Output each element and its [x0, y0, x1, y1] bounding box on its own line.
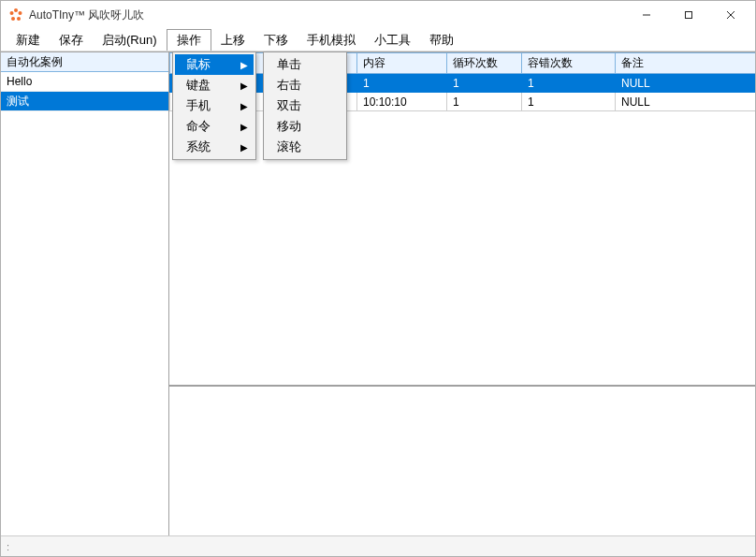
table-cell[interactable]: 1 — [522, 74, 616, 93]
column-header[interactable]: 内容 — [357, 53, 447, 74]
window-buttons — [625, 2, 751, 28]
sidebar: 自动化案例 Hello测试 — [1, 52, 169, 535]
submenu-item-右击[interactable]: 右击 — [266, 75, 344, 95]
table-row[interactable]: 111NULL — [170, 74, 756, 93]
table-cell[interactable]: NULL — [616, 74, 756, 93]
menu-bar: 新建保存启动(Run)操作上移下移手机模拟小工具帮助 — [1, 29, 755, 51]
chevron-right-icon: ▶ — [240, 60, 248, 70]
column-header[interactable]: 备注 — [616, 53, 756, 74]
app-icon — [8, 7, 23, 22]
submenu-item-移动[interactable]: 移动 — [266, 116, 344, 137]
log-pane — [169, 386, 755, 535]
svg-rect-6 — [685, 12, 691, 19]
svg-point-0 — [14, 8, 18, 12]
table-cell[interactable]: 1 — [357, 74, 447, 93]
dropdown-item-系统[interactable]: 系统▶ — [175, 137, 254, 157]
menu-上移[interactable]: 上移 — [211, 29, 254, 51]
main-panel: 操作内容循环次数容错次数备注 111NULL10:10:1011NULL — [169, 52, 755, 535]
svg-point-3 — [11, 17, 15, 21]
svg-point-2 — [19, 11, 22, 15]
status-text: : — [7, 541, 9, 552]
chevron-right-icon: ▶ — [240, 101, 248, 111]
sidebar-header: 自动化案例 — [1, 52, 168, 72]
dropdown-item-鼠标[interactable]: 鼠标▶ — [175, 54, 254, 75]
dropdown-item-命令[interactable]: 命令▶ — [175, 116, 254, 137]
close-button[interactable] — [709, 2, 751, 28]
operation-dropdown: 鼠标▶键盘▶手机▶命令▶系统▶ — [172, 51, 256, 160]
table-cell[interactable]: NULL — [616, 93, 756, 111]
mouse-submenu: 单击右击双击移动滚轮 — [263, 51, 347, 160]
status-bar: : — [1, 535, 755, 556]
dropdown-item-键盘[interactable]: 键盘▶ — [175, 75, 254, 95]
menu-启动(Run)[interactable]: 启动(Run) — [93, 29, 167, 51]
menu-下移[interactable]: 下移 — [254, 29, 298, 51]
svg-point-4 — [17, 17, 21, 21]
maximize-button[interactable] — [667, 2, 709, 28]
submenu-item-单击[interactable]: 单击 — [266, 54, 344, 75]
menu-操作[interactable]: 操作 — [167, 29, 211, 51]
table-cell[interactable]: 10:10:10 — [357, 93, 447, 111]
table-cell[interactable]: 1 — [447, 74, 522, 93]
column-header[interactable]: 容错次数 — [522, 53, 616, 74]
chevron-right-icon: ▶ — [240, 122, 248, 132]
menu-手机模拟[interactable]: 手机模拟 — [298, 29, 365, 51]
submenu-item-滚轮[interactable]: 滚轮 — [266, 137, 344, 157]
grid-header-row: 操作内容循环次数容错次数备注 — [170, 53, 756, 74]
window-title: AutoTIny™ 风吹呀儿吹 — [29, 7, 625, 23]
content-area: 自动化案例 Hello测试 操作内容循环次数容错次数备注 111NULL10:1… — [1, 51, 755, 535]
menu-小工具[interactable]: 小工具 — [365, 29, 420, 51]
minimize-button[interactable] — [625, 2, 667, 28]
chevron-right-icon: ▶ — [240, 81, 248, 91]
table-row[interactable]: 10:10:1011NULL — [170, 93, 756, 111]
table-cell[interactable]: 1 — [522, 93, 616, 111]
table-cell[interactable]: 1 — [447, 93, 522, 111]
dropdown-item-手机[interactable]: 手机▶ — [175, 95, 254, 116]
sidebar-item[interactable]: 测试 — [1, 92, 168, 111]
app-window: AutoTIny™ 风吹呀儿吹 新建保存启动(Run)操作上移下移手机模拟小工具… — [0, 0, 756, 557]
menu-新建[interactable]: 新建 — [7, 29, 50, 51]
title-bar: AutoTIny™ 风吹呀儿吹 — [1, 1, 755, 29]
menu-帮助[interactable]: 帮助 — [420, 29, 463, 51]
svg-point-1 — [10, 11, 14, 15]
sidebar-item[interactable]: Hello — [1, 72, 168, 92]
chevron-right-icon: ▶ — [240, 142, 248, 153]
data-grid[interactable]: 操作内容循环次数容错次数备注 111NULL10:10:1011NULL — [169, 52, 755, 111]
submenu-item-双击[interactable]: 双击 — [266, 95, 344, 116]
menu-保存[interactable]: 保存 — [50, 29, 93, 51]
column-header[interactable]: 循环次数 — [447, 53, 522, 74]
grid-area: 操作内容循环次数容错次数备注 111NULL10:10:1011NULL — [169, 52, 755, 386]
